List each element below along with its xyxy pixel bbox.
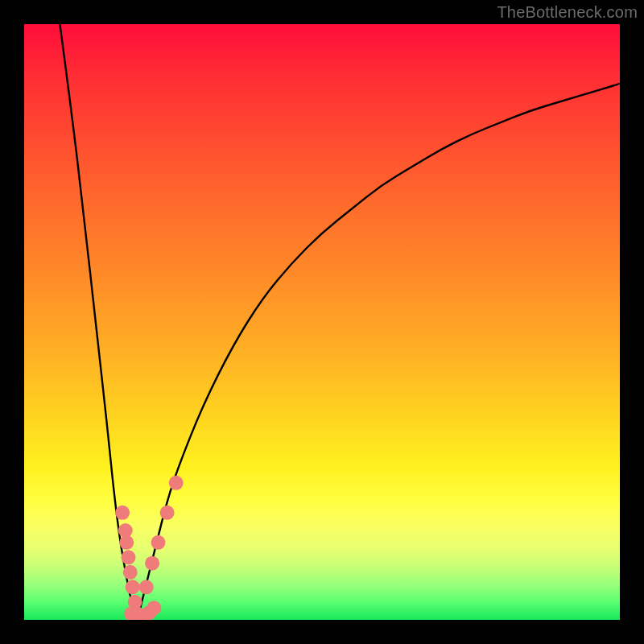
right-branch-curve [138, 84, 620, 620]
left-markers [115, 506, 145, 620]
bottom-markers-dot [147, 601, 161, 615]
left-markers-dot [115, 506, 130, 520]
right-markers-dot [169, 476, 184, 490]
left-markers-dot [123, 565, 138, 580]
right-branch-path [138, 84, 620, 620]
left-markers-dot [119, 535, 134, 550]
plot-area [24, 24, 620, 620]
watermark-text: TheBottleneck.com [497, 3, 638, 22]
left-markers-dot [122, 550, 136, 564]
right-markers-dot [145, 556, 159, 571]
left-markers-dot [126, 580, 140, 594]
curve-layer [24, 24, 620, 620]
right-markers [139, 476, 184, 595]
right-markers-dot [160, 506, 175, 520]
right-markers-dot [139, 580, 154, 594]
right-markers-dot [151, 535, 166, 550]
chart-frame: TheBottleneck.com [0, 0, 644, 644]
